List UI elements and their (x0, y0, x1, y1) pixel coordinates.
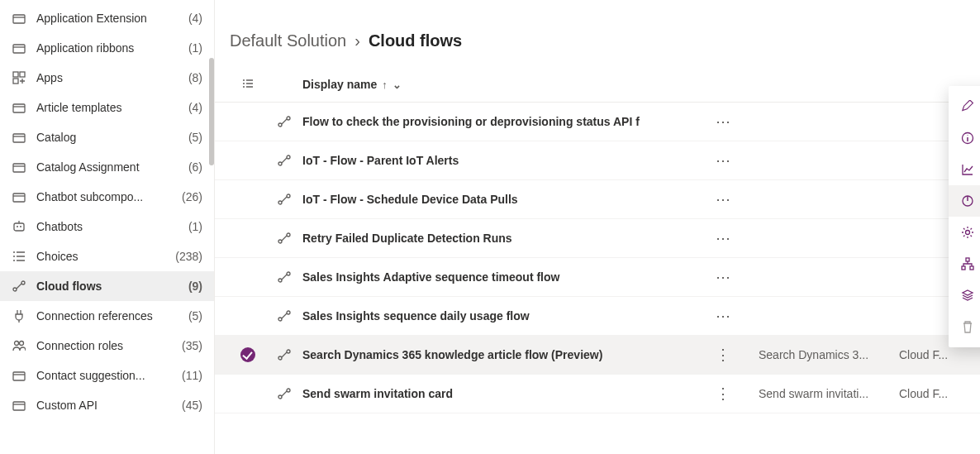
sidebar-item-connection-references[interactable]: Connection references (5) (0, 301, 214, 331)
flow-icon (266, 232, 302, 245)
sidebar-item-count: (11) (182, 367, 202, 384)
ctx-edit[interactable]: Edit | › (949, 91, 980, 122)
flow-icon (266, 154, 302, 167)
sidebar-item-chatbot-subcomponents[interactable]: Chatbot subcompo... (26) (0, 182, 214, 212)
ctx-managed-properties[interactable]: Managed properties (949, 217, 980, 248)
folder-icon (12, 189, 26, 204)
more-icon[interactable]: ⋯ (712, 227, 734, 250)
sidebar-item-label: Catalog (36, 129, 178, 146)
sidebar-item-choices[interactable]: Choices (238) (0, 241, 214, 271)
flow-icon (266, 115, 302, 128)
breadcrumb-current: Cloud flows (369, 31, 462, 50)
sidebar-item-count: (45) (182, 397, 202, 413)
sidebar-item-cloud-flows[interactable]: Cloud flows (9) (0, 271, 214, 301)
more-icon[interactable]: ⋯ (712, 188, 734, 211)
more-icon[interactable]: ⋯ (712, 110, 734, 133)
sidebar-item-label: Connection roles (36, 337, 172, 354)
ctx-show-dependencies[interactable]: Show dependencies (949, 248, 980, 280)
row-display-name[interactable]: Flow to check the provisioning or deprov… (302, 115, 640, 128)
row-display-name[interactable]: Sales Insights sequence daily usage flow (302, 309, 530, 323)
table-row[interactable]: Send swarm invitation card⋮Send swarm in… (215, 375, 980, 413)
select-list-icon (240, 77, 255, 92)
row-display-name[interactable]: Retry Failed Duplicate Detection Runs (302, 232, 512, 245)
sidebar-item-count: (238) (175, 248, 202, 265)
row-type: Cloud F... (899, 387, 965, 400)
dependencies-icon (960, 256, 975, 271)
table-row[interactable]: Search Dynamics 365 knowledge article fl… (215, 336, 980, 375)
sidebar-item-connection-roles[interactable]: Connection roles (35) (0, 331, 214, 361)
sidebar-item-label: Contact suggestion... (36, 367, 172, 384)
flow-icon (12, 279, 26, 294)
gear-icon (960, 225, 975, 240)
sidebar-item-label: Choices (36, 248, 165, 265)
sidebar-item-label: Custom API (36, 397, 172, 413)
ctx-turn-on[interactable]: Turn on (949, 185, 980, 217)
info-icon (960, 131, 975, 146)
sidebar-item-catalog-assignment[interactable]: Catalog Assignment (6) (0, 152, 214, 182)
folder-icon (12, 41, 26, 55)
ctx-details[interactable]: Details | › (949, 122, 980, 154)
sidebar-item-count: (1) (188, 218, 202, 235)
chevron-down-icon[interactable]: ⌄ (392, 79, 402, 91)
more-icon[interactable]: ⋯ (712, 149, 734, 172)
sidebar-item-catalog[interactable]: Catalog (5) (0, 122, 214, 152)
more-icon[interactable]: ⋯ (712, 265, 734, 289)
more-icon[interactable]: ⋮ (712, 343, 734, 366)
sidebar-item-application-ribbons[interactable]: Application ribbons (1) (0, 33, 214, 63)
table-row[interactable]: Flow to check the provisioning or deprov… (215, 103, 980, 141)
row-display-name[interactable]: Send swarm invitation card (302, 387, 453, 400)
bot-icon (12, 219, 26, 234)
select-all-column[interactable] (230, 77, 266, 92)
ctx-see-solution-layers[interactable]: See solution layers (949, 280, 980, 311)
more-icon[interactable]: ⋯ (712, 304, 734, 327)
checkmark-icon[interactable] (240, 347, 255, 362)
folder-icon (12, 398, 26, 413)
sidebar-item-count: (6) (188, 159, 202, 175)
folder-icon (12, 100, 26, 115)
sidebar-item-chatbots[interactable]: Chatbots (1) (0, 212, 214, 241)
table-row[interactable]: IoT - Flow - Parent IoT Alerts⋯ (215, 141, 980, 180)
sidebar-item-contact-suggestion[interactable]: Contact suggestion... (11) (0, 361, 214, 390)
sidebar-item-count: (26) (182, 189, 202, 205)
column-header-label: Display name (302, 78, 377, 91)
apps-icon (12, 70, 26, 85)
flow-icon (266, 387, 302, 400)
sidebar-item-label: Apps (36, 69, 178, 86)
column-header-display-name[interactable]: Display name ↑ ⌄ (302, 78, 712, 91)
table-row[interactable]: Sales Insights sequence daily usage flow… (215, 297, 980, 336)
sidebar-item-count: (9) (188, 278, 202, 294)
sidebar-item-count: (8) (188, 69, 202, 86)
sidebar-item-count: (35) (182, 337, 202, 354)
chart-icon (960, 162, 975, 177)
sidebar-item-count: (4) (188, 99, 202, 116)
sidebar-item-custom-api[interactable]: Custom API (45) (0, 390, 214, 420)
flow-icon (266, 348, 302, 361)
row-display-name[interactable]: Sales Insights Adaptive sequence timeout… (302, 270, 559, 284)
people-icon (12, 338, 26, 353)
sidebar-item-label: Cloud flows (36, 278, 178, 294)
power-icon (960, 194, 975, 208)
scrollbar-thumb[interactable] (209, 58, 214, 165)
sidebar-item-label: Application Extension (36, 10, 178, 26)
folder-icon (12, 130, 26, 145)
folder-icon (12, 160, 26, 174)
row-name-ref: Send swarm invitati... (759, 387, 899, 400)
more-icon[interactable]: ⋮ (712, 382, 734, 405)
table-row[interactable]: IoT - Flow - Schedule Device Data Pulls⋯ (215, 180, 980, 219)
row-display-name[interactable]: IoT - Flow - Schedule Device Data Pulls (302, 193, 518, 206)
sidebar-item-application-extension[interactable]: Application Extension (4) (0, 3, 214, 33)
row-display-name[interactable]: IoT - Flow - Parent IoT Alerts (302, 154, 459, 167)
sidebar-item-label: Catalog Assignment (36, 159, 178, 175)
table-row[interactable]: Sales Insights Adaptive sequence timeout… (215, 258, 980, 297)
chevron-right-icon: › (354, 31, 360, 50)
flow-icon (266, 309, 302, 323)
main-content: Default Solution › Cloud flows Display n… (215, 0, 980, 454)
breadcrumb-parent[interactable]: Default Solution (230, 31, 346, 50)
sidebar-item-article-templates[interactable]: Article templates (4) (0, 93, 214, 122)
ctx-see-analytics[interactable]: See analytics (949, 154, 980, 185)
table-row[interactable]: Retry Failed Duplicate Detection Runs⋯ (215, 219, 980, 258)
sidebar-item-count: (1) (188, 40, 202, 56)
layers-icon (960, 288, 975, 303)
sidebar-item-apps[interactable]: Apps (8) (0, 63, 214, 93)
row-display-name[interactable]: Search Dynamics 365 knowledge article fl… (302, 348, 602, 361)
